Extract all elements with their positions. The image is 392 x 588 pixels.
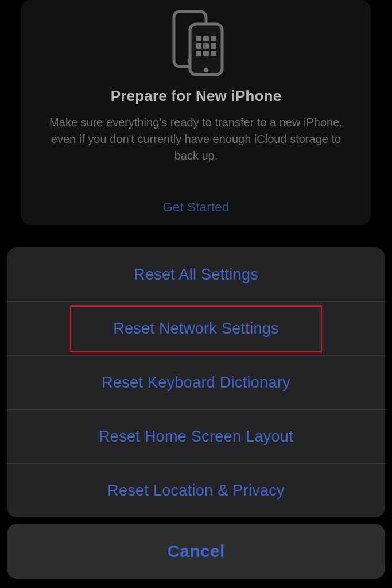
- svg-rect-7: [196, 43, 201, 49]
- prepare-new-iphone-card: Prepare for New iPhone Make sure everyth…: [21, 0, 371, 225]
- svg-rect-9: [211, 43, 216, 49]
- prepare-card-title: Prepare for New iPhone: [21, 87, 371, 105]
- cancel-button[interactable]: Cancel: [7, 524, 385, 579]
- get-started-link[interactable]: Get Started: [21, 200, 371, 215]
- action-item-label: Reset Network Settings: [113, 320, 279, 338]
- svg-rect-5: [203, 36, 209, 41]
- svg-point-3: [204, 68, 208, 72]
- reset-network-settings-option[interactable]: Reset Network Settings: [7, 301, 385, 355]
- prepare-card-description: Make sure everything's ready to transfer…: [37, 114, 355, 164]
- reset-home-screen-layout-option[interactable]: Reset Home Screen Layout: [7, 409, 385, 463]
- action-item-label: Reset Keyboard Dictionary: [102, 374, 290, 392]
- svg-rect-4: [196, 36, 201, 41]
- svg-rect-8: [203, 43, 209, 49]
- reset-action-sheet: Reset All Settings Reset Network Setting…: [7, 247, 385, 517]
- reset-location-privacy-option[interactable]: Reset Location & Privacy: [7, 463, 385, 517]
- svg-rect-12: [211, 51, 216, 56]
- svg-rect-2: [190, 24, 222, 75]
- svg-rect-10: [196, 51, 201, 56]
- svg-rect-11: [203, 51, 209, 56]
- reset-keyboard-dictionary-option[interactable]: Reset Keyboard Dictionary: [7, 355, 385, 409]
- action-item-label: Reset Home Screen Layout: [99, 428, 293, 446]
- action-item-label: Reset Location & Privacy: [107, 482, 285, 500]
- reset-all-settings-option[interactable]: Reset All Settings: [7, 247, 385, 301]
- two-iphones-icon: [165, 8, 228, 77]
- cancel-button-label: Cancel: [167, 541, 224, 561]
- svg-rect-6: [211, 36, 216, 41]
- action-item-label: Reset All Settings: [134, 266, 258, 284]
